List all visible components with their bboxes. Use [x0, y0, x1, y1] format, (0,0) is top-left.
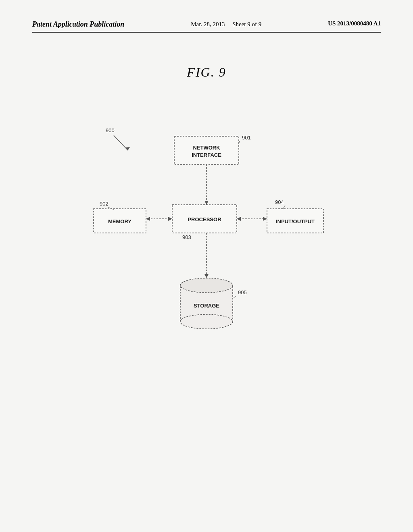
- storage-cylinder-bottom: [180, 314, 233, 329]
- network-interface-label: NETWORK: [193, 145, 220, 151]
- diagram-svg: 900 NETWORK INTERFACE 901 MEMORY 902 PRO…: [65, 92, 348, 374]
- arrow-to-processor-top: [204, 201, 209, 205]
- figure-title: FIG. 9: [187, 65, 226, 80]
- ref-901: 901: [242, 135, 251, 141]
- ref-904: 904: [275, 199, 284, 205]
- ref-arrow-904: [283, 205, 285, 209]
- arrow-to-memory: [146, 217, 150, 221]
- arrow-to-storage: [204, 274, 209, 278]
- publication-date: Mar. 28, 2013: [191, 21, 225, 27]
- ref-arrow-905: [233, 296, 236, 298]
- storage-cylinder-top: [180, 278, 233, 293]
- page-header: Patent Application Publication Mar. 28, …: [32, 20, 381, 33]
- publication-date-sheet: Mar. 28, 2013 Sheet 9 of 9: [191, 20, 261, 29]
- ref-903: 903: [182, 234, 191, 240]
- memory-label: MEMORY: [108, 218, 131, 224]
- diagram-area: FIG. 9 900 NETWORK INTERFACE 901 MEMORY …: [32, 41, 381, 504]
- sheet-info: Sheet 9 of 9: [232, 21, 261, 27]
- storage-label: STORAGE: [194, 303, 219, 309]
- arrow-from-io: [237, 217, 241, 221]
- arrow-to-io: [263, 217, 267, 221]
- network-interface-label2: INTERFACE: [192, 152, 221, 158]
- arrow-from-memory: [168, 217, 172, 221]
- io-label: INPUT/OUTPUT: [276, 218, 315, 224]
- ref-905: 905: [238, 289, 247, 295]
- publication-title: Patent Application Publication: [32, 20, 124, 29]
- diagram-ref-label: 900: [106, 127, 115, 133]
- processor-label: PROCESSOR: [188, 216, 221, 222]
- publication-number: US 2013/0080480 A1: [328, 20, 381, 27]
- ref-arrowhead-900: [125, 147, 130, 150]
- patent-page: Patent Application Publication Mar. 28, …: [0, 0, 413, 532]
- ref-902: 902: [100, 201, 108, 207]
